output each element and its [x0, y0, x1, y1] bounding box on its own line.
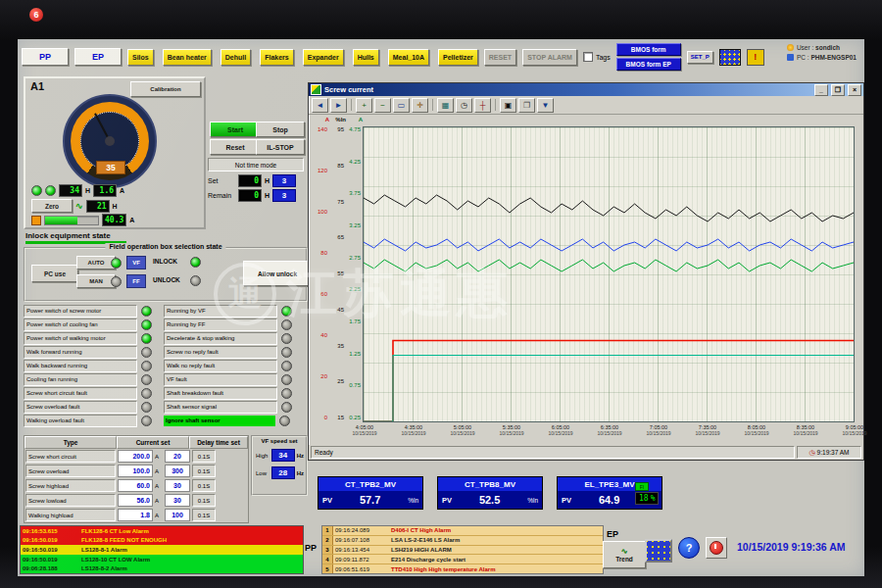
- help-icon[interactable]: ?: [678, 537, 700, 559]
- tags-checkbox[interactable]: [583, 52, 593, 62]
- x-axis-label: 5:35:0010/15/2019: [490, 424, 533, 436]
- nav-button-flakers[interactable]: Flakers: [260, 49, 294, 66]
- reset-toolbar-button[interactable]: RESET: [484, 49, 516, 66]
- pan-icon[interactable]: ✛: [412, 98, 428, 113]
- status-message: Ready: [311, 446, 795, 459]
- current-set-field[interactable]: 56.0: [118, 494, 153, 507]
- minimize-icon[interactable]: _: [814, 84, 828, 96]
- load-slider[interactable]: [44, 216, 99, 225]
- alarm-row[interactable]: 309:16:13.454LSH219 HIGH ALARM: [322, 546, 603, 556]
- reset-button[interactable]: Reset: [210, 139, 261, 155]
- zoom-in-icon[interactable]: +: [356, 98, 372, 113]
- current-set-field[interactable]: 1.8: [118, 509, 153, 521]
- auto-button[interactable]: AUTO: [76, 256, 116, 270]
- vf-chip[interactable]: VF: [126, 256, 146, 270]
- delay-set-field[interactable]: 30: [165, 494, 190, 507]
- copy-icon[interactable]: ❐: [518, 98, 535, 113]
- set-hours-field[interactable]: 0: [238, 174, 262, 187]
- alarm-row[interactable]: 509:06:51.619TTD410 High High temperatur…: [322, 564, 603, 573]
- warning-chip-icon: [31, 216, 41, 225]
- status-led: [141, 333, 152, 344]
- allow-unlock-button[interactable]: Allow unlock: [243, 261, 312, 286]
- delay-unit-field: 0.1S: [192, 450, 216, 463]
- keypad-launcher-icon[interactable]: [645, 539, 672, 563]
- vf-low-field[interactable]: 28: [271, 466, 295, 479]
- trend-button[interactable]: ∿ Trend: [603, 541, 646, 568]
- save-icon[interactable]: ▼: [537, 98, 554, 113]
- grid-icon[interactable]: ▦: [437, 98, 454, 113]
- zero-button[interactable]: Zero: [31, 199, 73, 213]
- calibration-button[interactable]: Calibration: [130, 81, 201, 97]
- alarm-text: LS128-8-1 Alarm: [77, 547, 303, 553]
- pc-use-button[interactable]: PC use: [31, 265, 78, 282]
- bmos-form-button[interactable]: BMOS form: [616, 43, 681, 56]
- zoom-box-icon[interactable]: ▭: [393, 98, 410, 113]
- remain-hours-display: 0: [238, 189, 262, 202]
- gauge-cap: [105, 136, 115, 146]
- ff-chip[interactable]: FF: [126, 274, 146, 288]
- status-led: [141, 402, 152, 413]
- ignore-shaft-sensor-button[interactable]: Ignore shaft sensor: [164, 416, 275, 426]
- current-set-field[interactable]: 200.0: [118, 450, 153, 463]
- alarm-row[interactable]: 209:16:07.108LSA LS-2-E146 LS Alarm: [322, 536, 603, 546]
- alarm-list-pp[interactable]: 09:16:53.615FLK128-6 CT Low Alarm09:16:5…: [20, 525, 304, 574]
- stop-alarm-button[interactable]: STOP ALARM: [522, 49, 577, 66]
- status-led: [281, 361, 292, 371]
- alarm-time: 09:06:51.619: [333, 566, 388, 572]
- alarm-icon[interactable]: !: [747, 49, 764, 66]
- pp-nav-button[interactable]: PP: [22, 48, 69, 66]
- status-cell-right: VF fault: [164, 373, 304, 386]
- delay-set-field[interactable]: 20: [165, 450, 190, 463]
- current-unit: A: [155, 468, 163, 474]
- trend-titlebar[interactable]: Screw current _ ❐ ×: [309, 83, 863, 96]
- keypad-icon[interactable]: [719, 49, 741, 66]
- series-ct-tpb8: [364, 260, 854, 271]
- cursor-icon[interactable]: ┼: [474, 98, 491, 113]
- axis-tick: 75: [337, 199, 344, 205]
- time-range-icon[interactable]: ◷: [456, 98, 472, 113]
- current-set-field[interactable]: 100.0: [118, 465, 153, 477]
- print-icon[interactable]: ▣: [500, 98, 516, 113]
- power-button[interactable]: [706, 537, 727, 559]
- nav-button-hulls[interactable]: Hulls: [353, 49, 379, 66]
- zoom-out-icon[interactable]: −: [374, 98, 391, 113]
- trend-plot[interactable]: [363, 126, 855, 422]
- nav-button-pelletizer[interactable]: Pelletizer: [438, 49, 478, 66]
- close-icon[interactable]: ×: [848, 84, 861, 96]
- delay-set-field[interactable]: 300: [165, 465, 190, 477]
- alarm-row[interactable]: 09:16:53.615FLK128-6 CT Low Alarm: [21, 526, 303, 536]
- nav-button-expander[interactable]: Expander: [303, 49, 344, 66]
- maximize-icon[interactable]: ❐: [831, 84, 845, 96]
- delay-set-field[interactable]: 30: [165, 479, 190, 492]
- start-button[interactable]: Start: [210, 122, 261, 137]
- alarm-list-ep[interactable]: 109:16:24.089D406-I CT High Alarm209:16:…: [321, 525, 604, 574]
- nav-button-bean-heater[interactable]: Bean heater: [163, 49, 212, 66]
- current-set-field[interactable]: 60.0: [118, 479, 153, 492]
- man-button[interactable]: MAN: [76, 274, 116, 288]
- alarm-row[interactable]: 09:06:28.188LS128-8-2 Alarm: [21, 564, 303, 573]
- nav-button-silos[interactable]: Silos: [127, 49, 154, 66]
- alarm-row[interactable]: 409:09:11.872E214 Discharge cycle start: [322, 555, 603, 564]
- nav-button-dehull[interactable]: Dehull: [220, 49, 251, 66]
- ep-nav-button[interactable]: EP: [74, 48, 122, 66]
- ep-section-label: EP: [607, 529, 618, 539]
- alarm-row[interactable]: 09:16:50.019FLK128-8 FEED NOT ENOUGH: [21, 536, 303, 546]
- vf-high-field[interactable]: 34: [271, 449, 295, 462]
- bmos-form-ep-button[interactable]: BMOS form EP: [616, 58, 681, 71]
- delay-set-field[interactable]: 100: [165, 509, 190, 521]
- scroll-left-icon[interactable]: ◄: [312, 98, 328, 113]
- set-minutes-field[interactable]: 3: [272, 174, 296, 187]
- alarm-row[interactable]: 109:16:24.089D406-I CT High Alarm: [322, 526, 603, 536]
- alarm-row[interactable]: 09:16:50.019LS128-10 CT LOW Alarm: [21, 555, 303, 564]
- alarm-text: LS128-10 CT LOW Alarm: [77, 557, 303, 563]
- set-p-button[interactable]: SET_P: [687, 51, 713, 64]
- status-cell-right: Shaft breakdown fault: [164, 387, 304, 400]
- scroll-right-icon[interactable]: ►: [330, 98, 347, 113]
- status-cell-left: Walk forward running: [24, 346, 164, 359]
- il-stop-button[interactable]: IL-STOP: [256, 139, 305, 155]
- auto-led: [111, 258, 122, 269]
- trend-chart-icon: ∿: [621, 548, 628, 555]
- stop-button[interactable]: Stop: [256, 122, 305, 137]
- alarm-row[interactable]: 09:16:50.019LS128-8-1 Alarm: [21, 545, 303, 555]
- nav-button-meal-10a[interactable]: Meal_10A: [388, 49, 429, 66]
